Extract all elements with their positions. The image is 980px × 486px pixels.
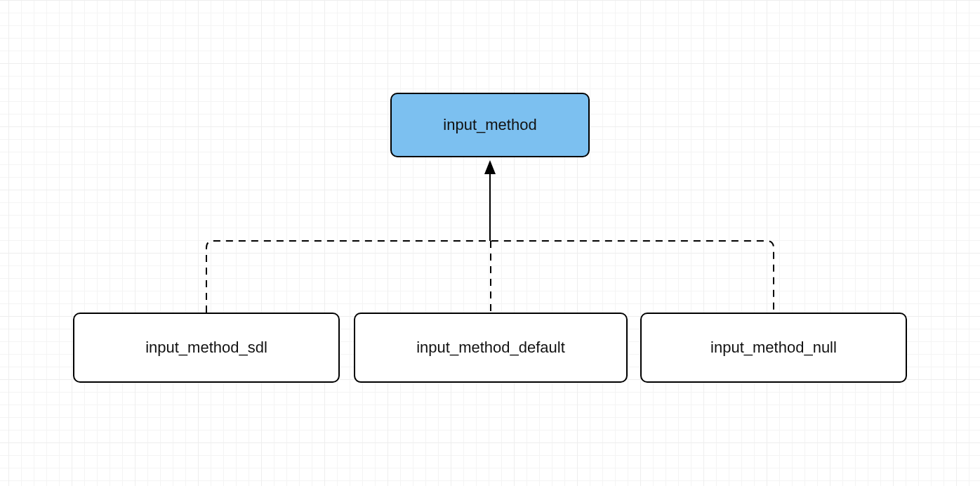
diagram-canvas: input_method input_method_sdl input_meth… <box>0 0 980 486</box>
grid-background <box>0 0 980 486</box>
node-label: input_method_default <box>416 339 565 357</box>
node-label: input_method_sdl <box>145 339 267 357</box>
node-input-method[interactable]: input_method <box>390 93 590 157</box>
node-input-method-default[interactable]: input_method_default <box>354 313 628 383</box>
node-label: input_method_null <box>710 339 837 357</box>
node-input-method-null[interactable]: input_method_null <box>640 313 907 383</box>
node-label: input_method <box>443 116 536 134</box>
node-input-method-sdl[interactable]: input_method_sdl <box>73 313 340 383</box>
